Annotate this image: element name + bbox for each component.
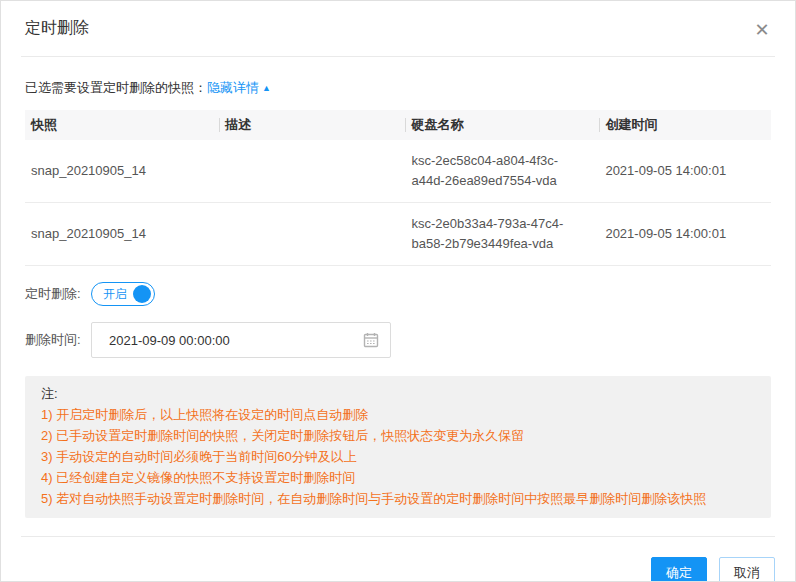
- note-item: 4) 已经创建自定义镜像的快照不支持设置定时删除时间: [41, 467, 755, 488]
- cell-description: [219, 203, 406, 266]
- note-item: 2) 已手动设置定时删除时间的快照，关闭定时删除按钮后，快照状态变更为永久保留: [41, 425, 755, 446]
- dialog-header: 定时删除: [1, 1, 795, 56]
- calendar-icon[interactable]: [363, 332, 379, 348]
- dialog-content: 已选需要设置定时删除的快照：隐藏详情▲ 快照 描述 硬盘名称 创建时间 snap…: [1, 79, 795, 518]
- selection-label: 已选需要设置定时删除的快照：: [25, 80, 207, 95]
- snapshot-table: 快照 描述 硬盘名称 创建时间 snap_20210905_14 ksc-2ec…: [25, 110, 771, 266]
- note-item: 5) 若对自动快照手动设置定时删除时间，在自动删除时间与手动设置的定时删除时间中…: [41, 488, 755, 509]
- cell-created: 2021-09-05 14:00:01: [599, 140, 771, 203]
- cell-created: 2021-09-05 14:00:01: [599, 203, 771, 266]
- column-header-snapshot: 快照: [25, 110, 219, 140]
- cancel-button[interactable]: 取消: [719, 557, 775, 582]
- cell-disk-name: ksc-2e0b33a4-793a-47c4-ba58-2b79e3449fea…: [405, 203, 599, 266]
- cell-disk-name: ksc-2ec58c04-a804-4f3c-a44d-26ea89ed7554…: [405, 140, 599, 203]
- hide-details-label: 隐藏详情: [207, 80, 259, 95]
- hide-details-link[interactable]: 隐藏详情▲: [207, 80, 271, 95]
- toggle-state-label: 开启: [103, 286, 127, 303]
- column-header-disk-name: 硬盘名称: [405, 110, 599, 140]
- confirm-button[interactable]: 确定: [651, 557, 707, 582]
- scheduled-delete-toggle[interactable]: 开启: [91, 282, 155, 306]
- cell-snapshot: snap_20210905_14: [25, 140, 219, 203]
- cell-snapshot: snap_20210905_14: [25, 203, 219, 266]
- note-box: 注: 1) 开启定时删除后，以上快照将在设定的时间点自动删除 2) 已手动设置定…: [25, 376, 771, 518]
- dialog-footer: 确定 取消: [1, 537, 795, 582]
- column-header-created: 创建时间: [599, 110, 771, 140]
- note-item: 1) 开启定时删除后，以上快照将在设定的时间点自动删除: [41, 404, 755, 425]
- toggle-knob: [133, 285, 151, 303]
- delete-time-field: [91, 322, 391, 358]
- note-heading: 注:: [41, 383, 755, 404]
- toggle-row: 定时删除: 开启: [25, 282, 771, 306]
- header-divider: [21, 56, 775, 57]
- column-header-description: 描述: [219, 110, 406, 140]
- note-item: 3) 手动设定的自动时间必须晚于当前时间60分钟及以上: [41, 446, 755, 467]
- delete-time-input[interactable]: [91, 322, 391, 358]
- table-row: snap_20210905_14 ksc-2e0b33a4-793a-47c4-…: [25, 203, 771, 266]
- selection-summary: 已选需要设置定时删除的快照：隐藏详情▲: [25, 79, 771, 97]
- table-header-row: 快照 描述 硬盘名称 创建时间: [25, 110, 771, 140]
- delete-time-row: 删除时间:: [25, 322, 771, 358]
- cell-description: [219, 140, 406, 203]
- close-icon[interactable]: ✕: [749, 17, 775, 43]
- collapse-arrow-icon: ▲: [262, 83, 271, 93]
- dialog-title: 定时删除: [25, 18, 89, 39]
- table-row: snap_20210905_14 ksc-2ec58c04-a804-4f3c-…: [25, 140, 771, 203]
- scheduled-delete-dialog: 定时删除 ✕ 已选需要设置定时删除的快照：隐藏详情▲ 快照 描述 硬盘名称 创建…: [0, 0, 796, 582]
- toggle-label: 定时删除:: [25, 285, 91, 303]
- delete-time-label: 删除时间:: [25, 331, 91, 349]
